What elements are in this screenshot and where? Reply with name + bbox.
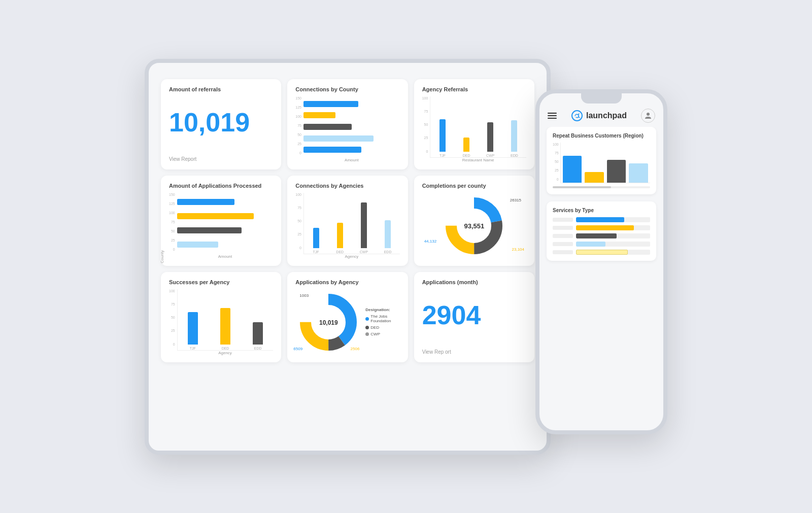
phone-header: launchpad <box>539 104 663 127</box>
vbar-label-tjf: TJF <box>313 250 319 254</box>
card-title-apps-agency: Applications by Agency <box>295 279 399 285</box>
hbar-dark <box>303 124 352 130</box>
vbar-label-cwp: CWP <box>486 154 494 157</box>
vbar-ded-yellow <box>463 138 469 152</box>
x-axis-label-agency-referrals: Restaurant Name <box>430 158 526 162</box>
vbar-label-tjf: TJF <box>190 347 196 350</box>
vbar-group-tjf: TJF <box>306 228 326 254</box>
big-number-apps-month: 2904 <box>422 297 526 333</box>
card-title-completions: Completions per county <box>422 183 526 189</box>
card-applications-processed: Amount of Applications Processed 150 125… <box>161 176 281 266</box>
phone-y-tick: 75 <box>555 151 559 155</box>
phone-hbar-fill-1 <box>576 217 624 222</box>
y-tick: 100 <box>422 96 428 100</box>
phone-hbar-row-4 <box>553 242 650 247</box>
phone-hbar-track-5 <box>576 250 650 255</box>
vbar-tjf <box>313 228 319 248</box>
donut-label-6509: 6509 <box>293 347 302 351</box>
phone-hbar-row-5 <box>553 250 650 255</box>
vbar-tjf-blue <box>439 119 446 152</box>
hamburger-menu-icon[interactable] <box>548 113 557 119</box>
phone-card-services-type: Services by Type <box>547 201 656 261</box>
y-tick: 50 <box>171 229 175 233</box>
phone-vbar-lightblue <box>629 163 648 183</box>
y-tick: 150 <box>169 193 175 196</box>
card-title-apps-processed: Amount of Applications Processed <box>169 183 273 189</box>
phone-scrollbar-thumb[interactable] <box>553 186 611 188</box>
phone-card-repeat-business: Repeat Business Customers (Region) 100 7… <box>547 127 656 194</box>
donut-center-apps: 10,019 <box>319 318 338 326</box>
y-tick: 50 <box>297 133 301 136</box>
donut-center-completions: 93,551 <box>464 222 484 230</box>
phone-vbar-dark <box>607 160 626 182</box>
vbar-cwp-dark <box>487 122 493 152</box>
y-tick: 75 <box>297 124 301 127</box>
donut-label-dark: 26315 <box>510 198 521 202</box>
phone-y-tick: 0 <box>557 178 559 181</box>
y-tick: 125 <box>295 106 301 109</box>
phone-row-label-3 <box>553 234 573 238</box>
phone-y-tick: 100 <box>553 143 559 146</box>
vbar-label-edd: EDD <box>254 347 262 350</box>
hbar-blue2 <box>303 147 361 153</box>
user-avatar[interactable] <box>641 109 655 123</box>
legend-dot-tjf <box>365 317 369 321</box>
hbar-row <box>303 112 400 118</box>
hbar-row <box>177 227 274 233</box>
y-tick: 25 <box>171 329 175 332</box>
card-completions-county: Completions per county 93,551 <box>414 176 534 266</box>
phone-hbar-fill-3 <box>576 233 617 238</box>
card-title-connections-county: Connections by County <box>295 86 399 92</box>
scene: Amount of referrals 10,019 View Report C… <box>145 59 667 455</box>
hbar-yellow <box>303 112 335 118</box>
logo-text: launchpad <box>586 111 627 120</box>
y-tick: 0 <box>173 343 175 346</box>
phone-hbar-track-1 <box>576 217 650 222</box>
x-axis-label-county: Amount <box>303 158 400 162</box>
card-applications-agency: Applications by Agency 10,019 1003 6509 <box>287 272 408 362</box>
phone-y-tick: 25 <box>555 168 559 172</box>
vbar-tjf-success <box>188 312 198 345</box>
vbar-cwp <box>361 202 367 248</box>
vbar-group-edd-success: EDD <box>245 322 271 350</box>
vbar-ded-success <box>220 308 230 345</box>
card-title-agency-referrals: Agency Referrals <box>422 86 526 92</box>
vbar-label-ded: DED <box>463 154 470 157</box>
phone-row-label-1 <box>553 218 573 222</box>
legend-label-ded: DED <box>370 325 379 330</box>
phone-logo: launchpad <box>571 110 627 122</box>
card-connections-agencies: Connections by Agencies 100 75 50 25 0 <box>287 176 408 266</box>
hbar-lightblue <box>303 135 374 142</box>
vbar-label-tjf: TJF <box>439 154 446 157</box>
y-tick: 25 <box>171 238 175 242</box>
phone-y-tick: 50 <box>555 160 559 163</box>
phone-hbar-row-1 <box>553 217 650 222</box>
y-tick: 25 <box>297 232 301 236</box>
card-title-referrals: Amount of referrals <box>169 86 273 92</box>
phone-row-label-2 <box>553 226 573 230</box>
card-title-apps-month: Applications (month) <box>422 279 526 285</box>
vbar-ded <box>337 223 343 248</box>
y-tick: 100 <box>295 193 301 196</box>
vbar-group-tjf: TJF <box>432 119 452 157</box>
vbar-group-tjf-success: TJF <box>180 312 206 350</box>
legend-title: Designation: <box>365 307 399 312</box>
view-report-apps[interactable]: View Rep ort <box>422 349 526 355</box>
card-agency-referrals: Agency Referrals 100 75 50 25 0 TJF <box>414 79 534 169</box>
hbar-lightblue <box>177 242 219 248</box>
donut-label-blue: 44,132 <box>424 239 436 244</box>
svg-point-6 <box>572 111 582 121</box>
phone: launchpad Repeat Business Customers (Reg… <box>535 89 667 434</box>
donut-apps: 10,019 1003 6509 2506 <box>295 289 361 355</box>
donut-label-1003: 1003 <box>299 293 309 298</box>
y-tick: 75 <box>297 206 301 210</box>
card-connections-county: Connections by County 150 125 100 75 50 … <box>287 79 408 169</box>
y-tick: 100 <box>169 211 175 215</box>
y-tick: 125 <box>169 202 175 206</box>
card-title-connections-agencies: Connections by Agencies <box>295 183 399 189</box>
hbar-row <box>303 147 400 153</box>
big-number-referrals: 10,019 <box>169 104 273 141</box>
vbar-edd-lightblue <box>511 120 517 152</box>
view-report-referrals[interactable]: View Report <box>169 156 273 162</box>
phone-row-label-5 <box>553 250 573 254</box>
